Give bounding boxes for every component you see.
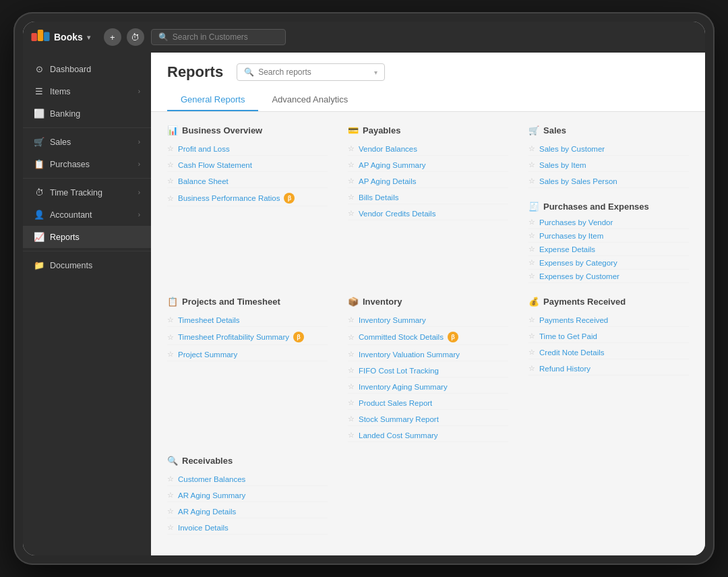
report-ar-aging-details[interactable]: ☆ AR Aging Details xyxy=(167,505,328,518)
star-icon[interactable]: ☆ xyxy=(528,272,535,280)
star-icon[interactable]: ☆ xyxy=(528,245,535,253)
star-icon[interactable]: ☆ xyxy=(167,350,174,359)
dashboard-icon: ⊙ xyxy=(34,64,44,74)
star-icon[interactable]: ☆ xyxy=(348,366,355,375)
report-profit-loss[interactable]: ☆ Profit and Loss xyxy=(167,142,328,156)
star-icon[interactable]: ☆ xyxy=(528,231,535,240)
star-icon[interactable]: ☆ xyxy=(167,491,174,499)
report-business-performance[interactable]: ☆ Business Performance Ratios β xyxy=(167,191,328,206)
star-icon[interactable]: ☆ xyxy=(167,523,174,532)
report-inventory-aging[interactable]: ☆ Inventory Aging Summary xyxy=(348,380,508,394)
star-icon[interactable]: ☆ xyxy=(167,333,174,342)
sidebar-item-documents[interactable]: 📁 Documents xyxy=(23,254,151,276)
search-reports-bar[interactable]: 🔍 ▾ xyxy=(237,63,385,81)
report-balance-sheet[interactable]: ☆ Balance Sheet xyxy=(167,175,328,188)
sidebar-item-timetracking[interactable]: ⏱ Time Tracking › xyxy=(23,181,151,204)
tab-general-reports[interactable]: General Reports xyxy=(167,89,258,111)
history-button[interactable]: ⏱ xyxy=(127,28,144,46)
section-inventory: 📦 Inventory ☆ Inventory Summary ☆ Commit… xyxy=(348,297,508,442)
report-ap-aging-details[interactable]: ☆ AP Aging Details xyxy=(348,175,508,188)
star-icon[interactable]: ☆ xyxy=(348,209,355,218)
beta-badge: β xyxy=(284,193,295,204)
star-icon[interactable]: ☆ xyxy=(528,218,535,226)
report-purchases-by-vendor[interactable]: ☆ Purchases by Vendor xyxy=(528,216,689,229)
report-expenses-by-customer[interactable]: ☆ Expenses by Customer xyxy=(528,270,689,283)
report-sales-by-salesperson[interactable]: ☆ Sales by Sales Person xyxy=(528,175,689,188)
sidebar-item-accountant[interactable]: 👤 Accountant › xyxy=(23,204,151,226)
star-icon[interactable]: ☆ xyxy=(348,193,355,202)
star-icon[interactable]: ☆ xyxy=(528,177,535,185)
search-dropdown-icon[interactable]: ▾ xyxy=(374,69,377,76)
report-time-to-get-paid[interactable]: ☆ Time to Get Paid xyxy=(528,330,689,343)
star-icon[interactable]: ☆ xyxy=(528,160,535,169)
top-search-bar[interactable]: 🔍 Search in Customers xyxy=(151,29,286,45)
star-icon[interactable]: ☆ xyxy=(167,194,174,203)
report-refund-history[interactable]: ☆ Refund History xyxy=(528,362,689,375)
star-icon[interactable]: ☆ xyxy=(167,160,174,169)
star-icon[interactable]: ☆ xyxy=(348,177,355,185)
report-fifo-cost[interactable]: ☆ FIFO Cost Lot Tracking xyxy=(348,364,508,377)
report-bills-details[interactable]: ☆ Bills Details xyxy=(348,191,508,204)
tab-advanced-analytics[interactable]: Advanced Analytics xyxy=(258,89,361,111)
star-icon[interactable]: ☆ xyxy=(348,398,355,407)
star-icon[interactable]: ☆ xyxy=(528,332,535,340)
star-icon[interactable]: ☆ xyxy=(167,507,174,516)
report-timesheet-details[interactable]: ☆ Timesheet Details xyxy=(167,313,328,327)
sidebar-item-dashboard[interactable]: ⊙ Dashboard xyxy=(23,58,151,80)
report-landed-cost[interactable]: ☆ Landed Cost Summary xyxy=(348,429,508,442)
report-expenses-by-category[interactable]: ☆ Expenses by Category xyxy=(528,256,689,270)
page-header-top: Reports 🔍 ▾ xyxy=(167,63,689,81)
star-icon[interactable]: ☆ xyxy=(528,258,535,267)
star-icon[interactable]: ☆ xyxy=(348,160,355,169)
report-inventory-valuation[interactable]: ☆ Inventory Valuation Summary xyxy=(348,348,508,361)
report-expense-details[interactable]: ☆ Expense Details xyxy=(528,243,689,256)
report-vendor-credits-details[interactable]: ☆ Vendor Credits Details xyxy=(348,207,508,220)
report-project-summary[interactable]: ☆ Project Summary xyxy=(167,348,328,361)
svg-rect-0 xyxy=(31,33,36,41)
report-sales-by-item[interactable]: ☆ Sales by Item xyxy=(528,158,689,172)
star-icon[interactable]: ☆ xyxy=(348,315,355,324)
sidebar-item-purchases[interactable]: 📋 Purchases › xyxy=(23,153,151,175)
star-icon[interactable]: ☆ xyxy=(348,333,355,342)
report-payments-received[interactable]: ☆ Payments Received xyxy=(528,313,689,327)
report-inventory-summary[interactable]: ☆ Inventory Summary xyxy=(348,313,508,327)
star-icon[interactable]: ☆ xyxy=(528,144,535,153)
add-button[interactable]: + xyxy=(104,28,121,46)
star-icon[interactable]: ☆ xyxy=(528,315,535,324)
sidebar-item-sales[interactable]: 🛒 Sales › xyxy=(23,131,151,153)
report-purchases-by-item[interactable]: ☆ Purchases by Item xyxy=(528,229,689,243)
report-timesheet-profitability[interactable]: ☆ Timesheet Profitability Summary β xyxy=(167,330,328,345)
sidebar-item-reports[interactable]: 📈 Reports xyxy=(23,226,151,248)
report-customer-balances[interactable]: ☆ Customer Balances xyxy=(167,473,328,486)
sidebar-item-banking[interactable]: ⬜ Banking xyxy=(23,102,151,125)
star-icon[interactable]: ☆ xyxy=(348,350,355,359)
sidebar-item-items[interactable]: ☰ Items › xyxy=(23,80,151,102)
report-cash-flow[interactable]: ☆ Cash Flow Statement xyxy=(167,158,328,172)
beta-badge: β xyxy=(448,332,458,342)
search-reports-input[interactable] xyxy=(258,67,366,77)
star-icon[interactable]: ☆ xyxy=(348,144,355,153)
star-icon[interactable]: ☆ xyxy=(528,364,535,373)
report-label-expense-details: Expense Details xyxy=(539,245,595,253)
report-product-sales[interactable]: ☆ Product Sales Report xyxy=(348,396,508,410)
report-label-bills-details: Bills Details xyxy=(359,193,398,202)
star-icon[interactable]: ☆ xyxy=(167,177,174,185)
section-title-sales: 🛒 Sales xyxy=(528,125,689,135)
report-invoice-details[interactable]: ☆ Invoice Details xyxy=(167,521,328,535)
report-credit-note-details[interactable]: ☆ Credit Note Details xyxy=(528,346,689,359)
star-icon[interactable]: ☆ xyxy=(167,475,174,483)
logo-area[interactable]: Books ▾ xyxy=(31,30,90,44)
report-committed-stock[interactable]: ☆ Committed Stock Details β xyxy=(348,330,508,345)
star-icon[interactable]: ☆ xyxy=(348,382,355,391)
star-icon[interactable]: ☆ xyxy=(167,315,174,324)
report-sales-by-customer[interactable]: ☆ Sales by Customer xyxy=(528,142,689,156)
star-icon[interactable]: ☆ xyxy=(348,415,355,423)
report-vendor-balances[interactable]: ☆ Vendor Balances xyxy=(348,142,508,156)
star-icon[interactable]: ☆ xyxy=(528,348,535,357)
star-icon[interactable]: ☆ xyxy=(167,144,174,153)
report-ap-aging-summary[interactable]: ☆ AP Aging Summary xyxy=(348,158,508,172)
report-stock-summary[interactable]: ☆ Stock Summary Report xyxy=(348,413,508,426)
report-ar-aging-summary[interactable]: ☆ AR Aging Summary xyxy=(167,489,328,502)
app-dropdown-arrow[interactable]: ▾ xyxy=(87,34,90,41)
star-icon[interactable]: ☆ xyxy=(348,431,355,439)
